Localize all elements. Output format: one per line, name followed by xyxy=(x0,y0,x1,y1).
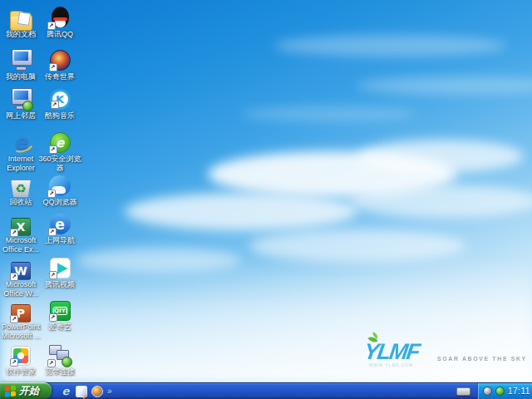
icon-label: 360安全浏览 器 xyxy=(37,155,83,173)
desktop-icon-iqiyi[interactable]: iQIYI 爱奇艺 xyxy=(39,298,81,332)
network-places-icon xyxy=(10,88,32,110)
desktop-icon-tencent-video[interactable]: 腾讯视频 xyxy=(39,255,81,289)
desktop-icon-recycle-bin[interactable]: ♻ 回收站 xyxy=(0,173,42,207)
desktop-icon-internet-explorer[interactable]: e Internet Explorer xyxy=(0,130,42,173)
icon-label: 宽带连接 xyxy=(37,367,83,377)
shortcut-arrow-icon xyxy=(49,271,57,279)
tray-icon-1[interactable] xyxy=(483,387,492,396)
my-computer-icon xyxy=(10,49,32,71)
desktop-icon-office-excel[interactable]: X Microsoft Office Ex... xyxy=(0,211,42,254)
icon-label: 腾讯视频 xyxy=(37,280,83,289)
desktop-icon-legend-world[interactable]: 传奇世界 xyxy=(39,47,81,81)
internet-explorer-icon: e xyxy=(10,131,32,153)
qq-browser-icon xyxy=(49,175,71,196)
legend-world-game-icon xyxy=(50,50,71,71)
cloud-wisp xyxy=(241,106,416,121)
powerpoint-icon: P xyxy=(11,304,31,323)
tencent-video-icon xyxy=(50,258,71,278)
quick-launch-show-desktop-icon[interactable] xyxy=(76,386,87,397)
broadband-connection-icon xyxy=(49,344,71,366)
desktop-icon-office-powerpoint[interactable]: P PowerPoint Microsoft ... xyxy=(0,298,42,341)
shortcut-arrow-icon xyxy=(49,145,57,154)
software-manager-icon xyxy=(11,346,31,366)
desktop-icon-my-computer[interactable]: 我的电脑 xyxy=(0,47,42,81)
word-icon: W xyxy=(11,262,31,280)
brand-text: YLMF xyxy=(362,339,421,365)
cloud-wisp xyxy=(274,35,507,57)
start-button[interactable]: 开始 xyxy=(0,382,52,399)
desktop-icon-360-browser[interactable]: e 360安全浏览 器 xyxy=(39,130,81,173)
shortcut-arrow-icon xyxy=(10,273,18,281)
shortcut-arrow-icon xyxy=(49,63,57,71)
brand-tagline: SOAR ABOVE THE SKY xyxy=(437,356,527,362)
excel-icon: X xyxy=(11,218,31,236)
taskbar-clock[interactable]: 17:11 xyxy=(508,387,530,396)
desktop-icon-qq-browser[interactable]: QQ浏览器 xyxy=(39,173,81,207)
desktop-icon-my-documents[interactable]: 我的文档 xyxy=(0,5,42,39)
cloud xyxy=(125,193,357,230)
web-navigation-icon: e xyxy=(50,214,71,234)
my-documents-icon xyxy=(10,14,32,31)
start-button-label: 开始 xyxy=(19,384,39,398)
qq-penguin-icon xyxy=(49,7,71,28)
kugou-music-icon: K xyxy=(50,89,71,110)
icon-label: 腾讯QQ xyxy=(37,30,83,39)
tray-icon-2[interactable] xyxy=(495,387,505,396)
360-browser-icon: e xyxy=(50,132,71,153)
desktop[interactable]: 我的文档 我的电脑 网上邻居 e Internet Explorer ♻ 回收站… xyxy=(0,0,532,382)
system-tray: 17:11 xyxy=(477,383,532,399)
shortcut-arrow-icon xyxy=(47,22,56,30)
shortcut-arrow-icon xyxy=(10,229,18,237)
taskbar-empty-area[interactable] xyxy=(117,383,456,399)
shortcut-arrow-icon xyxy=(10,315,18,323)
cloud-wisp xyxy=(357,76,532,95)
desktop-icon-web-navigation[interactable]: e 上网导航 xyxy=(39,211,81,245)
ylmf-wallpaper-logo: YLMF WWW.YLMF.COM SOAR ABOVE THE SKY xyxy=(364,339,514,374)
shortcut-arrow-icon xyxy=(47,190,56,198)
cloud xyxy=(357,140,524,173)
shortcut-arrow-icon xyxy=(10,358,18,367)
quick-launch-overflow-chevron[interactable]: » xyxy=(107,383,112,399)
desktop-icon-software-manager[interactable]: 软件管家 xyxy=(0,342,42,377)
shortcut-arrow-icon xyxy=(49,313,57,322)
language-bar-icon[interactable] xyxy=(456,387,470,396)
quick-launch-media-player-icon[interactable] xyxy=(91,386,103,397)
shortcut-arrow-icon xyxy=(48,228,57,236)
desktop-icon-office-word[interactable]: W Microsoft Office W... xyxy=(0,255,42,298)
windows-flag-icon xyxy=(5,385,16,397)
desktop-icon-kugou-music[interactable]: K 酷狗音乐 xyxy=(39,86,81,121)
desktop-icon-broadband-connection[interactable]: 宽带连接 xyxy=(39,342,81,377)
icon-label: 上网导航 xyxy=(37,236,83,245)
desktop-icon-network-places[interactable]: 网上邻居 xyxy=(0,86,42,121)
icon-label: 爱奇艺 xyxy=(37,323,83,332)
icon-label: 酷狗音乐 xyxy=(37,111,83,121)
taskbar: 开始 e » 17:11 xyxy=(0,382,532,399)
quick-launch-internet-explorer-icon[interactable]: e xyxy=(60,386,71,397)
shortcut-arrow-icon xyxy=(47,359,56,367)
icon-label: 传奇世界 xyxy=(37,72,83,81)
quick-launch-bar: e » xyxy=(52,383,117,399)
recycle-bin-icon: ♻ xyxy=(10,180,32,198)
cloud xyxy=(349,185,532,218)
icon-label: QQ浏览器 xyxy=(37,198,83,207)
desktop-icon-tencent-qq[interactable]: 腾讯QQ xyxy=(39,5,81,39)
shortcut-arrow-icon xyxy=(51,101,59,109)
iqiyi-icon: iQIYI xyxy=(50,301,71,321)
